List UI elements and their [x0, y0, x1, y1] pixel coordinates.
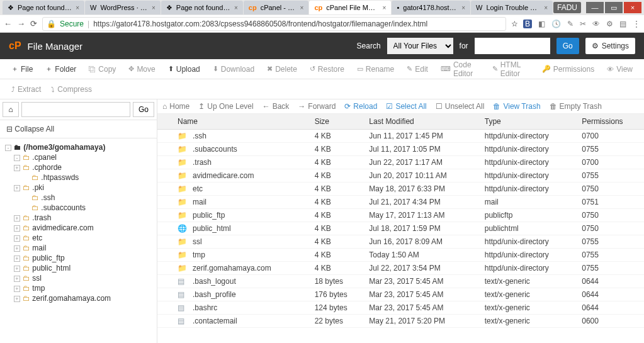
copy-button[interactable]: ⿻Copy [84, 62, 121, 76]
star-icon[interactable]: ☆ [511, 20, 518, 28]
tree-root[interactable]: -🖿 (/home3/gomahamaya) [5, 142, 154, 152]
tree-node[interactable]: +🗀 ssl [5, 273, 154, 283]
home-path-button[interactable]: ⌂ [3, 102, 19, 117]
view-trash-button[interactable]: 🗑View Trash [493, 102, 540, 111]
compress-button[interactable]: ⤵Compress [46, 82, 97, 96]
search-scope-select[interactable]: All Your Files [387, 38, 453, 54]
ext-b-icon[interactable]: B [523, 20, 532, 28]
menu-icon[interactable]: ⋮ [633, 20, 640, 28]
upload-button[interactable]: ⬆Upload [163, 62, 205, 76]
nav-back-icon[interactable]: ← [4, 19, 12, 28]
unselect-all-button[interactable]: ☐Unselect All [436, 102, 485, 111]
tree-toggle-icon[interactable]: + [14, 215, 20, 222]
search-input[interactable] [475, 38, 550, 54]
permissions-button[interactable]: 🔑Permissions [537, 62, 599, 76]
collapse-all-button[interactable]: ⊟ Collapse All [0, 120, 157, 138]
ext-icon[interactable]: ✂ [580, 20, 586, 28]
table-row[interactable]: ▤.contactemail22 bytesMay 21, 2017 5:20 … [157, 315, 644, 328]
tree-toggle-icon[interactable]: + [14, 276, 20, 282]
restore-button[interactable]: ↺Restore [305, 62, 349, 76]
edit-button[interactable]: ✎Edit [402, 62, 433, 76]
col-type[interactable]: Type [481, 114, 578, 130]
col-size[interactable]: Size [311, 114, 366, 130]
close-tab-icon[interactable]: × [461, 4, 465, 11]
window-minimize-button[interactable]: — [586, 2, 604, 13]
browser-tab[interactable]: cpcPanel - Main× [244, 1, 309, 14]
table-row[interactable]: ▤.bashrc124 bytesMar 23, 2017 5:45 AMtex… [157, 301, 644, 315]
table-row[interactable]: 📁avidmedicare.com4 KBJun 20, 2017 10:11 … [157, 169, 644, 183]
tree-toggle-icon[interactable]: + [14, 256, 20, 262]
close-tab-icon[interactable]: × [383, 4, 387, 11]
tree-node[interactable]: +🗀 zerif.gomahamaya.com [5, 293, 154, 303]
new-file-button[interactable]: ＋File [6, 62, 38, 76]
table-row[interactable]: ▤.bash_profile176 bytesMar 23, 2017 5:45… [157, 288, 644, 301]
table-row[interactable]: 📁tmp4 KBToday 1:50 AMhttpd/unix-director… [157, 249, 644, 262]
download-button[interactable]: ⬇Download [208, 62, 259, 76]
tree-node[interactable]: +🗀 etc [5, 233, 154, 243]
path-input[interactable] [21, 102, 130, 117]
close-tab-icon[interactable]: × [234, 4, 238, 11]
ext-icon[interactable]: ⚙ [606, 20, 613, 28]
close-tab-icon[interactable]: × [544, 4, 548, 11]
table-row[interactable]: 📁zerif.gomahamaya.com4 KBJul 22, 2017 3:… [157, 262, 644, 275]
col-name[interactable]: Name [174, 114, 311, 130]
tree-toggle-icon[interactable]: + [14, 185, 20, 191]
tree-node[interactable]: -🗀 .cpanel [5, 152, 154, 162]
col-last-modified[interactable]: Last Modified [365, 114, 480, 130]
extract-button[interactable]: ⤴Extract [6, 82, 46, 96]
select-all-button[interactable]: ☑Select All [386, 102, 426, 111]
reload-button[interactable]: ⟳Reload [344, 102, 377, 111]
tree-node[interactable]: +🗀 avidmedicare.com [5, 223, 154, 233]
table-row[interactable]: 📁.subaccounts4 KBJul 11, 2017 1:05 PMhtt… [157, 143, 644, 156]
settings-button[interactable]: ⚙Settings [585, 38, 635, 54]
search-go-button[interactable]: Go [556, 38, 579, 54]
tree-node[interactable]: 🗀 .htpasswds [5, 172, 154, 183]
tree-node[interactable]: +🗀 public_ftp [5, 253, 154, 263]
nav-reload-icon[interactable]: ⟳ [30, 19, 37, 28]
tree-toggle-icon[interactable]: + [14, 266, 20, 272]
browser-tab[interactable]: •gator4178.hostgat…× [392, 1, 470, 14]
window-maximize-button[interactable]: ▭ [605, 2, 623, 13]
back-button[interactable]: ←Back [263, 102, 290, 111]
tree-toggle-icon[interactable]: - [5, 145, 11, 151]
browser-tab[interactable]: ❖Page not found – I…× [3, 1, 84, 14]
path-go-button[interactable]: Go [133, 102, 154, 117]
table-row[interactable]: 📁mail4 KBJul 21, 2017 4:34 PMmail0751 [157, 196, 644, 209]
ext-icon[interactable]: ◧ [538, 20, 545, 28]
tree-node[interactable]: +🗀 .pki [5, 183, 154, 193]
table-row[interactable]: 📁.trash4 KBJun 22, 2017 1:17 AMhttpd/uni… [157, 156, 644, 169]
table-row[interactable]: 📁.ssh4 KBJun 11, 2017 1:45 PMhttpd/unix-… [157, 130, 644, 143]
forward-button[interactable]: →Forward [298, 102, 336, 111]
close-tab-icon[interactable]: × [76, 4, 79, 11]
ext-icon[interactable]: 🕓 [551, 20, 561, 28]
tree-toggle-icon[interactable]: + [14, 286, 20, 292]
browser-tab[interactable]: WLogin Trouble « W…× [471, 1, 553, 14]
browser-tab[interactable]: WWordPress · Error× [85, 1, 161, 14]
window-close-button[interactable]: × [624, 2, 641, 13]
tree-node[interactable]: +🗀 .trash [5, 213, 154, 223]
close-tab-icon[interactable]: × [152, 4, 155, 11]
code-editor-button[interactable]: ⌨Code Editor [436, 58, 485, 81]
browser-tab[interactable]: ❖Page not found – I…× [161, 1, 243, 14]
browser-tab[interactable]: cpcPanel File Manag…× [309, 1, 391, 14]
close-tab-icon[interactable]: × [300, 4, 304, 11]
home-button[interactable]: ⌂Home [162, 102, 189, 111]
ext-icon[interactable]: ✎ [567, 20, 573, 28]
tree-node[interactable]: +🗀 .cphorde [5, 162, 154, 172]
table-row[interactable]: 📁public_ftp4 KBMay 17, 2017 1:13 AMpubli… [157, 209, 644, 222]
rename-button[interactable]: ▭Rename [352, 62, 399, 76]
tree-toggle-icon[interactable]: + [14, 235, 20, 242]
empty-trash-button[interactable]: 🗑Empty Trash [550, 102, 602, 111]
up-one-level-button[interactable]: ↥Up One Level [198, 102, 253, 111]
col-permissions[interactable]: Permissions [578, 114, 644, 130]
html-editor-button[interactable]: ✎HTML Editor [487, 58, 534, 81]
url-input[interactable] [93, 20, 502, 28]
delete-button[interactable]: ✖Delete [262, 62, 302, 76]
tree-node[interactable]: +🗀 public_html [5, 263, 154, 273]
table-row[interactable]: 📁ssl4 KBJun 16, 2017 8:09 AMhttpd/unix-d… [157, 235, 644, 249]
tree-toggle-icon[interactable]: - [14, 155, 20, 161]
ext-icon[interactable]: ▤ [619, 20, 626, 28]
table-row[interactable]: 📁etc4 KBMay 18, 2017 6:33 PMhttpd/unix-d… [157, 183, 644, 196]
tree-toggle-icon[interactable]: + [14, 225, 20, 232]
nav-forward-icon[interactable]: → [17, 19, 25, 28]
